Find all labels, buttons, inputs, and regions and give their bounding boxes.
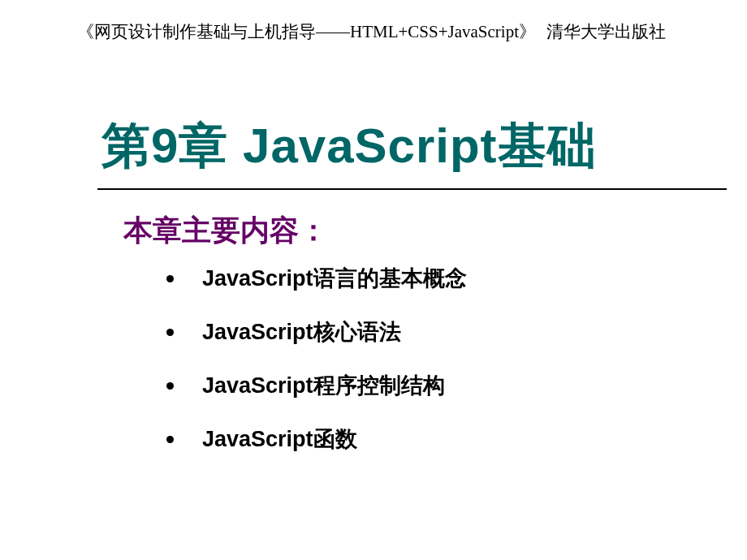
bullet-icon <box>166 436 174 443</box>
list-item: JavaScript函数 <box>166 424 467 454</box>
list-item-label: JavaScript核心语法 <box>202 317 401 347</box>
bullet-icon <box>166 275 174 282</box>
slide-header: 《网页设计制作基础与上机指导——HTML+CSS+JavaScript》 清华大… <box>0 20 747 43</box>
list-item-label: JavaScript语言的基本概念 <box>202 264 467 293</box>
content-list: JavaScript语言的基本概念 JavaScript核心语法 JavaScr… <box>166 264 467 478</box>
publisher-name: 清华大学出版社 <box>546 20 666 43</box>
section-heading: 本章主要内容： <box>123 211 328 251</box>
bullet-icon <box>166 382 174 390</box>
bullet-icon <box>166 329 174 336</box>
chapter-title: 第9章 JavaScript基础 <box>101 114 731 179</box>
list-item: JavaScript程序控制结构 <box>166 371 467 400</box>
list-item-label: JavaScript函数 <box>202 424 357 454</box>
list-item: JavaScript核心语法 <box>166 317 467 347</box>
book-title: 《网页设计制作基础与上机指导——HTML+CSS+JavaScript》 <box>77 20 536 43</box>
list-item: JavaScript语言的基本概念 <box>166 264 467 293</box>
list-item-label: JavaScript程序控制结构 <box>202 371 445 400</box>
title-divider <box>97 188 727 190</box>
